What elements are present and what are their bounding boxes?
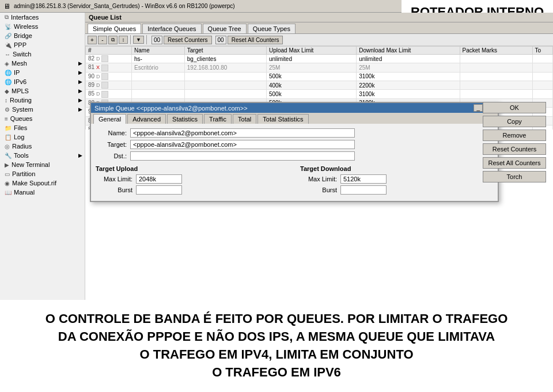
target-input[interactable] [130, 140, 355, 149]
name-label: Name: [96, 130, 130, 136]
counter-symbol2: 00 [215, 36, 226, 44]
reset-counters-group: 00 Reset Counters [151, 36, 212, 44]
row-to [532, 72, 552, 81]
sidebar-item-partition[interactable]: ▭ Partition [0, 169, 85, 178]
sidebar-item-wireless[interactable]: 📡 Wireless [0, 22, 85, 31]
row-marks [460, 63, 532, 72]
download-max-input[interactable] [340, 174, 387, 184]
download-burst-input[interactable] [340, 185, 387, 195]
sidebar-item-manual[interactable]: 📖 Manual [0, 188, 85, 197]
col-download: Download Max Limit [357, 47, 460, 55]
remove-button-action[interactable]: Remove [483, 130, 546, 141]
toolbar-separator [130, 35, 131, 44]
name-input[interactable] [130, 128, 355, 138]
reset-all-counters-action-button[interactable]: Reset All Counters [483, 157, 546, 169]
sidebar-item-interfaces[interactable]: ⧉ Interfaces [0, 13, 85, 22]
reset-counters-button[interactable]: Reset Counters [164, 36, 211, 44]
switch-icon: ↔ [5, 51, 10, 58]
sub-dialog: Simple Queue <<pppoe-alansilva2@pombonet… [90, 102, 499, 202]
upload-col: Target Upload Max Limit: Burst [96, 165, 289, 196]
sub-tab-general[interactable]: General [93, 114, 126, 124]
col-upload: Upload Max Limit [266, 47, 356, 55]
ipv6-icon: 🌐 [5, 79, 12, 85]
ip-icon: 🌐 [5, 70, 12, 76]
sidebar-item-files[interactable]: 📁 Files [0, 123, 85, 132]
sidebar-item-log[interactable]: 📋 Log [0, 132, 85, 142]
row-marks [460, 81, 532, 90]
sub-tab-total-statistics[interactable]: Total Statistics [257, 114, 308, 124]
row-to [532, 55, 552, 63]
sub-tab-advanced[interactable]: Advanced [127, 114, 166, 124]
torch-button[interactable]: Torch [483, 171, 546, 182]
col-to: To [532, 47, 552, 55]
row-upload: 400k [266, 81, 356, 90]
upload-max-label: Max Limit: [96, 176, 136, 182]
sub-tab-statistics[interactable]: Statistics [167, 114, 203, 124]
bottom-line3: O TRAFEGO EM IPV4, LIMITA EM CONJUNTO [46, 346, 508, 364]
dst-input[interactable] [130, 151, 355, 161]
sort-button[interactable]: ↕ [119, 36, 128, 44]
files-icon: 📁 [5, 125, 12, 131]
target-row: Target: [96, 140, 493, 149]
table-row[interactable]: 81 X Escritório 192.168.100.80 25M 25M [86, 63, 553, 72]
row-target [184, 72, 266, 81]
queues-icon: ≡ [5, 116, 8, 122]
target-upload-header: Target Upload [96, 165, 289, 172]
sidebar-item-mpls[interactable]: ◆ MPLS ▶ [0, 86, 85, 96]
sidebar-item-new-terminal[interactable]: ▶ New Terminal [0, 160, 85, 169]
reset-counters-action-button[interactable]: Reset Counters [483, 143, 546, 155]
col-target: Target [184, 47, 266, 55]
upload-burst-row: Burst [96, 185, 289, 195]
sidebar-item-queues[interactable]: ≡ Queues [0, 114, 85, 123]
table-row[interactable]: 90 D 500k 3100k [86, 72, 553, 81]
right-buttons-panel: OK Copy Remove Reset Counters Reset All … [483, 102, 546, 182]
sidebar-item-tools[interactable]: 🔧 Tools ▶ [0, 151, 85, 160]
sidebar-item-ppp[interactable]: 🔌 PPP [0, 40, 85, 50]
table-row[interactable]: 85 D 500k 3100k [86, 90, 553, 98]
sidebar-item-make-supout[interactable]: ◉ Make Supout.rif [0, 178, 85, 188]
tab-interface-queues[interactable]: Interface Queues [142, 24, 201, 33]
upload-burst-input[interactable] [136, 185, 182, 195]
reset-all-counters-group: 00 Reset All Counters [215, 36, 283, 44]
tab-simple-queues[interactable]: Simple Queues [88, 24, 141, 33]
sidebar-item-bridge[interactable]: 🔗 Bridge [0, 31, 85, 40]
upload-max-input[interactable] [136, 174, 182, 184]
sidebar-item-switch[interactable]: ↔ Switch [0, 50, 85, 59]
filter-button[interactable]: ▼ [133, 36, 144, 44]
table-row[interactable]: 82 D hs- bg_clientes unlimited unlimited [86, 55, 553, 63]
download-max-row: Max Limit: [300, 174, 493, 184]
table-row[interactable]: 89 D 400k 2200k [86, 81, 553, 90]
sub-dialog-minimize[interactable]: _ [474, 104, 483, 112]
tab-queue-tree[interactable]: Queue Tree [203, 24, 247, 33]
col-num: # [86, 47, 132, 55]
sidebar-item-mesh[interactable]: ◈ Mesh ▶ [0, 59, 85, 68]
bottom-line4: O TRAFEGO EM IPV6 [46, 364, 508, 382]
tab-queue-types[interactable]: Queue Types [248, 24, 296, 33]
sub-tab-traffic[interactable]: Traffic [204, 114, 232, 124]
name-row: Name: [96, 128, 493, 138]
row-download: unlimited [357, 55, 460, 63]
bottom-text: O CONTROLE DE BANDA É FEITO POR QUEUES. … [40, 305, 514, 387]
copy-action-button[interactable]: Copy [483, 116, 546, 127]
row-download: 3100k [357, 90, 460, 98]
remove-button[interactable]: - [98, 36, 107, 44]
row-target [184, 90, 266, 98]
queue-toolbar: + - ⧉ ↕ ▼ 00 Reset Counters 00 Reset All… [85, 34, 553, 46]
row-num: 82 D [86, 55, 132, 63]
sidebar-item-radius[interactable]: ◎ Radius [0, 142, 85, 151]
row-upload: 25M [266, 63, 356, 72]
sub-tab-total[interactable]: Total [233, 114, 256, 124]
add-button[interactable]: + [88, 36, 97, 44]
row-download: 25M [357, 63, 460, 72]
sidebar-item-system[interactable]: ⚙ System ▶ [0, 105, 85, 114]
sidebar-item-ipv6[interactable]: 🌐 IPv6 ▶ [0, 77, 85, 86]
copy-button[interactable]: ⧉ [108, 36, 118, 44]
reset-all-counters-button[interactable]: Reset All Counters [228, 36, 283, 44]
content-area: Queue List Simple Queues Interface Queue… [85, 13, 553, 300]
queue-list-header: Queue List [85, 13, 553, 22]
sidebar-item-routing[interactable]: ↕ Routing ▶ [0, 96, 85, 105]
system-icon: ⚙ [5, 106, 10, 113]
row-name: hs- [132, 55, 185, 63]
sidebar-item-ip[interactable]: 🌐 IP ▶ [0, 68, 85, 77]
ok-button[interactable]: OK [483, 102, 546, 113]
